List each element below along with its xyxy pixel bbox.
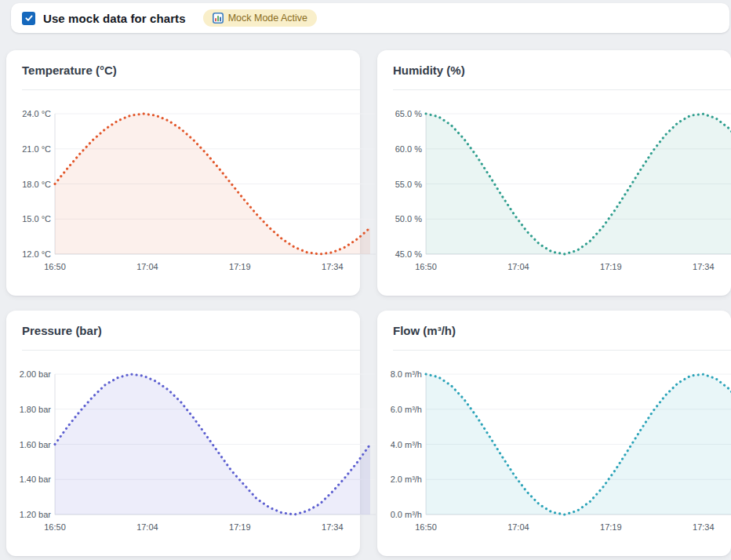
svg-text:17:19: 17:19 [229,262,251,271]
svg-text:17:34: 17:34 [322,522,344,532]
check-icon [24,13,34,23]
svg-text:55.0 %: 55.0 % [395,180,422,189]
temperature-chart: 24.0 °C21.0 °C18.0 °C15.0 °C12.0 °C16:50… [19,104,376,281]
card-divider [393,89,731,90]
svg-text:17:04: 17:04 [136,262,158,271]
temperature-chart-card: Temperature (°C) 24.0 °C21.0 °C18.0 °C15… [6,50,360,296]
humidity-chart: 65.0 %60.0 %55.0 %50.0 %45.0 %16:5017:04… [390,104,731,281]
svg-text:6.0 m³/h: 6.0 m³/h [391,405,422,414]
mock-mode-badge-label: Mock Mode Active [228,13,307,24]
charts-grid: Temperature (°C) 24.0 °C21.0 °C18.0 °C15… [6,50,731,556]
svg-text:45.0 %: 45.0 % [395,249,422,259]
card-divider [22,89,360,90]
svg-text:17:19: 17:19 [600,522,622,532]
chart-title-pressure: Pressure (bar) [6,311,360,339]
svg-text:18.0 °C: 18.0 °C [22,180,51,189]
svg-text:50.0 %: 50.0 % [395,214,422,224]
chart-title-flow: Flow (m³/h) [377,311,731,339]
svg-text:17:19: 17:19 [229,522,251,532]
svg-text:16:50: 16:50 [415,262,437,271]
svg-text:60.0 %: 60.0 % [395,144,422,154]
svg-text:2.0 m³/h: 2.0 m³/h [391,475,422,484]
flow-chart: 8.0 m³/h6.0 m³/h4.0 m³/h2.0 m³/h0.0 m³/h… [390,365,731,541]
mock-data-checkbox[interactable] [22,12,35,25]
svg-text:17:04: 17:04 [507,522,529,532]
svg-text:65.0 %: 65.0 % [395,109,422,118]
svg-text:16:50: 16:50 [44,522,66,532]
svg-text:21.0 °C: 21.0 °C [22,144,51,154]
chart-title-temperature: Temperature (°C) [6,50,360,78]
svg-text:4.0 m³/h: 4.0 m³/h [391,440,422,449]
pressure-chart-card: Pressure (bar) 2.00 bar1.80 bar1.60 bar1… [6,311,360,556]
humidity-chart-card: Humidity (%) 65.0 %60.0 %55.0 %50.0 %45.… [377,50,731,296]
svg-text:15.0 °C: 15.0 °C [22,214,51,224]
svg-text:8.0 m³/h: 8.0 m³/h [391,369,422,379]
svg-text:0.0 m³/h: 0.0 m³/h [391,510,422,519]
svg-text:2.00 bar: 2.00 bar [20,369,52,379]
svg-text:17:34: 17:34 [693,262,715,271]
svg-text:1.20 bar: 1.20 bar [20,510,52,519]
svg-text:17:34: 17:34 [322,262,344,271]
svg-text:24.0 °C: 24.0 °C [22,109,51,118]
pressure-chart: 2.00 bar1.80 bar1.60 bar1.40 bar1.20 bar… [19,365,376,541]
svg-text:1.60 bar: 1.60 bar [20,440,52,449]
card-divider [22,350,360,351]
chart-title-humidity: Humidity (%) [377,50,731,78]
svg-text:12.0 °C: 12.0 °C [22,249,51,259]
mock-mode-badge: Mock Mode Active [203,9,317,27]
svg-text:16:50: 16:50 [415,522,437,532]
svg-text:1.80 bar: 1.80 bar [20,405,52,414]
mock-data-checkbox-label[interactable]: Use mock data for charts [43,12,186,25]
dashboard: { "toolbar": { "checkbox_label": "Use mo… [0,0,731,560]
svg-text:1.40 bar: 1.40 bar [20,475,52,484]
flow-chart-card: Flow (m³/h) 8.0 m³/h6.0 m³/h4.0 m³/h2.0 … [377,311,731,556]
card-divider [393,350,731,351]
bar-chart-icon [213,13,224,24]
svg-text:17:34: 17:34 [693,522,715,532]
mock-data-toolbar: Use mock data for charts Mock Mode Activ… [11,3,729,33]
svg-text:17:04: 17:04 [136,522,158,532]
svg-text:16:50: 16:50 [44,262,66,271]
svg-text:17:04: 17:04 [507,262,529,271]
svg-text:17:19: 17:19 [600,262,622,271]
